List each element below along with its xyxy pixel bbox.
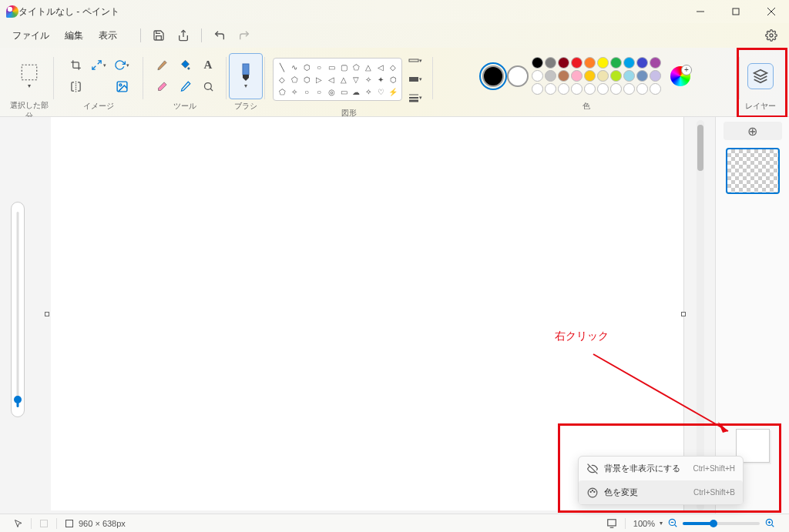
pencil-tool[interactable] bbox=[151, 55, 173, 75]
share-button[interactable] bbox=[172, 25, 195, 45]
magnify-tool[interactable] bbox=[197, 77, 219, 97]
image-gen-button[interactable] bbox=[111, 77, 133, 97]
svg-point-13 bbox=[204, 83, 211, 90]
svg-rect-17 bbox=[409, 77, 418, 82]
color-swatch[interactable] bbox=[650, 83, 661, 95]
crop-button[interactable] bbox=[65, 55, 86, 75]
color-1[interactable] bbox=[482, 65, 504, 87]
ctx-hide-background[interactable]: 背景を非表示にする Ctrl+Shift+H bbox=[579, 457, 743, 480]
color-swatch[interactable] bbox=[610, 57, 622, 69]
color-swatch[interactable] bbox=[558, 57, 569, 69]
group-label-tools: ツール bbox=[173, 99, 196, 112]
menu-edit[interactable]: 編集 bbox=[59, 26, 89, 45]
window-controls bbox=[683, 0, 789, 23]
color-swatch[interactable] bbox=[532, 83, 543, 95]
svg-rect-30 bbox=[608, 519, 616, 525]
resize-button[interactable]: ▾ bbox=[88, 55, 109, 75]
layer-thumbnail-1[interactable] bbox=[726, 148, 780, 194]
color-swatch[interactable] bbox=[623, 57, 635, 69]
color-swatch[interactable] bbox=[597, 57, 609, 69]
shape-fill-btn[interactable]: ▾ bbox=[405, 71, 425, 88]
color-swatch[interactable] bbox=[610, 83, 622, 95]
color-swatch[interactable] bbox=[532, 57, 543, 69]
color-swatch[interactable] bbox=[623, 83, 635, 95]
svg-line-7 bbox=[98, 61, 101, 64]
zoom-dropdown[interactable]: ▾ bbox=[660, 520, 663, 527]
menu-file[interactable]: ファイル bbox=[6, 26, 55, 45]
svg-point-25 bbox=[593, 491, 594, 492]
color-swatch[interactable] bbox=[545, 57, 556, 69]
color-swatch[interactable] bbox=[545, 83, 556, 95]
ctx-change-color[interactable]: 色を変更 Ctrl+Shift+B bbox=[579, 480, 743, 504]
picker-tool[interactable] bbox=[174, 77, 196, 97]
zoom-slider-status[interactable] bbox=[683, 522, 760, 525]
minimize-button[interactable] bbox=[683, 0, 718, 23]
color-swatch[interactable] bbox=[545, 70, 556, 82]
canvas-size-display: 960 × 638px bbox=[57, 519, 133, 528]
selection-size bbox=[32, 519, 56, 528]
color-swatch[interactable] bbox=[558, 83, 569, 95]
save-button[interactable] bbox=[147, 25, 170, 45]
svg-line-36 bbox=[771, 524, 774, 527]
svg-rect-1 bbox=[733, 8, 739, 15]
undo-button[interactable] bbox=[208, 25, 231, 45]
flip-button[interactable] bbox=[65, 77, 86, 97]
color-swatch[interactable] bbox=[597, 83, 609, 95]
ctx-hide-bg-label: 背景を非表示にする bbox=[604, 463, 680, 474]
group-label-layers: レイヤー bbox=[745, 99, 776, 112]
svg-line-8 bbox=[92, 66, 96, 69]
color-swatch[interactable] bbox=[532, 70, 543, 82]
shape-gallery[interactable]: ╲∿⬡○▭▢⬠△◁◇ ◇⬠⬡▷◁△▽✧✦⬡ ⬠✧○○◎▭☁⟡♡⚡ bbox=[273, 58, 402, 101]
maximize-button[interactable] bbox=[718, 0, 754, 23]
eraser-tool[interactable] bbox=[151, 77, 173, 97]
window-title: タイトルなし - ペイント bbox=[18, 5, 119, 18]
redo-button[interactable] bbox=[233, 25, 256, 45]
zoom-in-button[interactable] bbox=[764, 517, 775, 530]
color-swatch[interactable] bbox=[584, 57, 596, 69]
color-swatch[interactable] bbox=[571, 70, 583, 82]
canvas-handle-left[interactable] bbox=[45, 312, 49, 316]
color-2[interactable] bbox=[507, 65, 529, 87]
menu-bar: ファイル 編集 表示 bbox=[0, 23, 789, 48]
canvas[interactable] bbox=[51, 117, 684, 510]
menu-view[interactable]: 表示 bbox=[92, 26, 123, 45]
color-swatch[interactable] bbox=[636, 57, 648, 69]
color-palette[interactable] bbox=[532, 57, 661, 95]
shape-outline-btn[interactable]: ▾ bbox=[405, 52, 425, 69]
canvas-handle-right[interactable] bbox=[681, 312, 686, 316]
color-swatch[interactable] bbox=[650, 57, 661, 69]
group-label-image: イメージ bbox=[83, 99, 114, 112]
canvas-size-text: 960 × 638px bbox=[79, 519, 126, 528]
color-swatch[interactable] bbox=[636, 83, 648, 95]
add-layer-button[interactable]: ⊕ bbox=[724, 122, 782, 140]
zoom-percent: 100% bbox=[633, 519, 655, 528]
color-swatch[interactable] bbox=[584, 70, 596, 82]
shape-size-btn[interactable]: ▾ bbox=[405, 89, 425, 106]
color-swatch[interactable] bbox=[597, 70, 609, 82]
color-swatch[interactable] bbox=[571, 57, 583, 69]
select-tool[interactable]: ▾ bbox=[12, 52, 46, 99]
svg-point-24 bbox=[592, 490, 593, 490]
group-label-color: 色 bbox=[583, 99, 590, 112]
text-tool[interactable]: A bbox=[197, 55, 219, 75]
color-swatch[interactable] bbox=[636, 70, 648, 82]
color-swatch[interactable] bbox=[610, 70, 622, 82]
title-bar: タイトルなし - ペイント bbox=[0, 0, 789, 23]
zoom-out-button[interactable] bbox=[667, 517, 678, 530]
vertical-scrollbar[interactable] bbox=[697, 120, 704, 510]
close-button[interactable] bbox=[754, 0, 789, 23]
color-swatch[interactable] bbox=[623, 70, 635, 82]
color-swatch[interactable] bbox=[571, 83, 583, 95]
layers-button[interactable] bbox=[747, 63, 774, 89]
fill-tool[interactable] bbox=[174, 55, 196, 75]
color-swatch[interactable] bbox=[584, 83, 596, 95]
brush-tool[interactable]: ▾ bbox=[229, 53, 263, 99]
settings-button[interactable] bbox=[760, 24, 783, 47]
fit-screen-button[interactable] bbox=[599, 518, 625, 529]
edit-colors-button[interactable] bbox=[670, 66, 690, 86]
color-swatch[interactable] bbox=[558, 70, 569, 82]
color-swatch[interactable] bbox=[650, 70, 661, 82]
rotate-button[interactable]: ▾ bbox=[111, 55, 133, 75]
svg-line-14 bbox=[210, 89, 213, 91]
brush-size-slider[interactable] bbox=[11, 202, 25, 417]
